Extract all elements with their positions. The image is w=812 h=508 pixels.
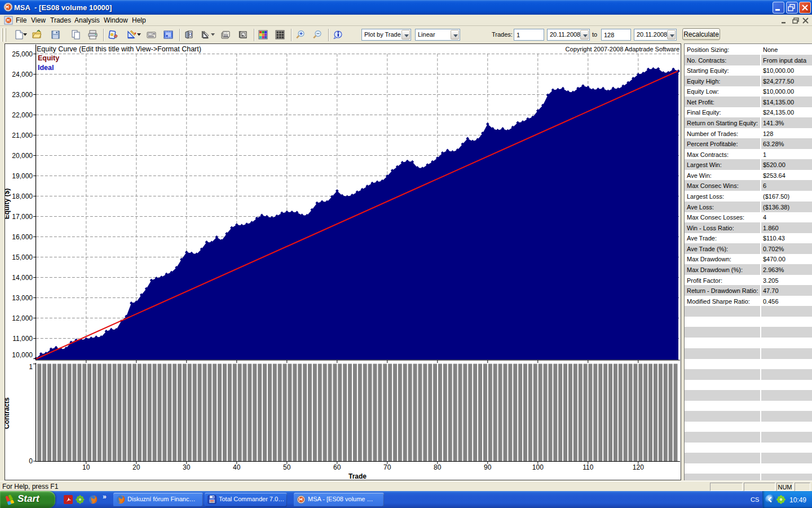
svg-text:1: 1 xyxy=(29,363,33,371)
svg-text:15,000: 15,000 xyxy=(12,253,33,261)
svg-text:100: 100 xyxy=(532,463,544,471)
svg-text:25,000: 25,000 xyxy=(12,50,33,58)
svg-text:40: 40 xyxy=(233,463,241,471)
svg-text:Ideal: Ideal xyxy=(38,64,54,72)
svg-text:Equity Curve (Edit this title: Equity Curve (Edit this title with View-… xyxy=(37,45,201,53)
svg-text:23,000: 23,000 xyxy=(12,91,33,99)
svg-text:Copyright 2007-2008 Adaptrade: Copyright 2007-2008 Adaptrade Software xyxy=(566,46,679,52)
svg-text:24,000: 24,000 xyxy=(12,71,33,78)
svg-text:20: 20 xyxy=(133,463,140,471)
svg-text:110: 110 xyxy=(582,463,593,471)
svg-text:19,000: 19,000 xyxy=(12,172,33,180)
svg-text:20,000: 20,000 xyxy=(12,152,33,160)
svg-text:Equity ($): Equity ($) xyxy=(5,189,11,220)
svg-text:14,000: 14,000 xyxy=(12,274,33,282)
svg-text:10: 10 xyxy=(82,463,90,471)
svg-text:18,000: 18,000 xyxy=(12,192,33,200)
svg-text:Contracts: Contracts xyxy=(5,397,11,429)
svg-text:21,000: 21,000 xyxy=(12,132,33,139)
svg-text:70: 70 xyxy=(383,463,391,471)
svg-text:16,000: 16,000 xyxy=(12,233,33,241)
svg-text:50: 50 xyxy=(283,463,291,471)
svg-text:30: 30 xyxy=(183,463,191,471)
svg-text:13,000: 13,000 xyxy=(12,294,33,302)
svg-text:12,000: 12,000 xyxy=(12,314,33,322)
svg-text:0: 0 xyxy=(29,457,33,465)
svg-text:11,000: 11,000 xyxy=(12,335,33,343)
svg-text:22,000: 22,000 xyxy=(12,111,33,119)
svg-text:120: 120 xyxy=(633,463,644,471)
svg-text:90: 90 xyxy=(484,463,492,471)
svg-text:Trade: Trade xyxy=(348,472,367,480)
svg-text:80: 80 xyxy=(434,463,442,471)
svg-text:60: 60 xyxy=(333,463,341,471)
svg-text:10,000: 10,000 xyxy=(12,351,33,359)
svg-text:17,000: 17,000 xyxy=(12,213,33,221)
svg-text:Equity: Equity xyxy=(38,54,59,62)
